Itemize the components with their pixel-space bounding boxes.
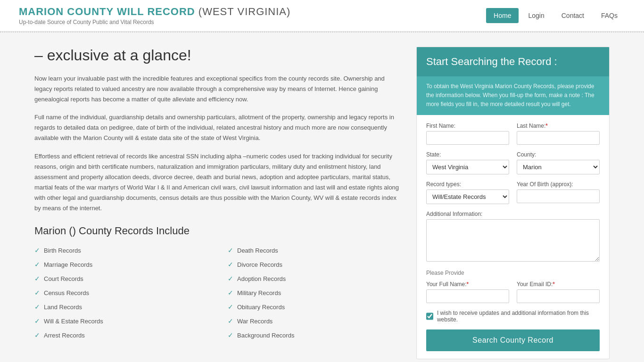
additional-info-label: Additional Information: [426, 211, 600, 217]
record-year-row: Record types: Will/Estate Records Birth … [426, 181, 600, 204]
list-item: ✓ Arrest Records [34, 329, 209, 341]
county-group: County: Marion Monongalia Harrison [517, 151, 600, 174]
check-icon: ✓ [34, 331, 40, 339]
additional-info-group: Additional Information: [426, 211, 600, 263]
record-label: Death Records [237, 247, 278, 254]
record-label: Census Records [44, 289, 89, 296]
site-subtitle: Up-to-date Source of County Public and V… [19, 19, 290, 25]
nav-login[interactable]: Login [520, 8, 552, 23]
check-icon: ✓ [34, 289, 40, 296]
state-label: State: [426, 151, 509, 158]
county-label: County: [517, 151, 600, 158]
state-group: State: West Virginia Virginia Maryland O… [426, 151, 509, 174]
full-name-input[interactable] [426, 289, 509, 303]
updates-checkbox[interactable] [426, 313, 433, 320]
site-branding: MARION COUNTY WILL RECORD (WEST VIRGINIA… [19, 6, 290, 25]
site-title: MARION COUNTY WILL RECORD (WEST VIRGINIA… [19, 6, 290, 18]
record-label: Military Records [237, 289, 281, 296]
record-label: Adoption Records [237, 275, 286, 282]
list-item: ✓ Will & Estate Records [34, 315, 209, 327]
check-icon: ✓ [228, 289, 233, 296]
page-heading: – exclusive at a glance! [34, 47, 402, 64]
panel-title: Start Searching the Record : [426, 56, 600, 68]
search-county-record-button[interactable]: Search County Record [426, 329, 600, 351]
list-item: ✓ Death Records [228, 245, 402, 256]
contact-row: Your Full Name:* Your Email ID:* [426, 281, 600, 303]
panel-card: Start Searching the Record : To obtain t… [416, 47, 610, 359]
record-label: Obituary Records [237, 304, 285, 311]
full-name-group: Your Full Name:* [426, 281, 509, 303]
record-label: War Records [237, 318, 272, 325]
state-select[interactable]: West Virginia Virginia Maryland Ohio Pen… [426, 160, 509, 174]
panel-body: First Name: Last Name:* State: [417, 115, 609, 359]
name-row: First Name: Last Name:* [426, 123, 600, 145]
first-name-label: First Name: [426, 123, 509, 129]
year-of-birth-group: Year Of Birth (approx): [517, 181, 600, 204]
check-icon: ✓ [228, 303, 233, 311]
left-content: – exclusive at a glance! Now learn your … [34, 47, 402, 359]
record-type-group: Record types: Will/Estate Records Birth … [426, 181, 509, 204]
nav-contact[interactable]: Contact [554, 8, 592, 23]
list-item: ✓ Birth Records [34, 245, 209, 256]
record-label: Divorce Records [237, 261, 282, 268]
nav-home[interactable]: Home [486, 8, 519, 23]
record-label: Arrest Records [44, 332, 85, 339]
check-icon: ✓ [228, 275, 233, 282]
search-panel: Start Searching the Record : To obtain t… [416, 47, 610, 359]
main-nav: Home Login Contact FAQs [486, 8, 625, 23]
panel-header: Start Searching the Record : [417, 47, 609, 76]
list-item: ✓ Divorce Records [228, 259, 402, 270]
paragraph-1: Now learn your invaluable past with the … [34, 74, 402, 105]
list-item: ✓ Census Records [34, 287, 209, 298]
site-title-normal: (WEST VIRGINIA) [198, 6, 291, 17]
additional-info-textarea[interactable] [426, 219, 600, 262]
check-icon: ✓ [228, 331, 233, 339]
full-name-label: Your Full Name:* [426, 281, 509, 288]
check-icon: ✓ [228, 261, 233, 268]
updates-checkbox-row: I wish to receive updates and additional… [426, 310, 600, 323]
last-name-group: Last Name:* [517, 123, 600, 145]
records-heading: Marion () County Records Include [34, 225, 402, 237]
paragraph-3: Effortless and efficient retrieval of re… [34, 151, 402, 214]
paragraph-2: Full name of the individual, guardianshi… [34, 112, 402, 143]
list-item: ✓ Military Records [228, 287, 402, 298]
please-provide-label: Please Provide [426, 270, 600, 276]
check-icon: ✓ [34, 317, 40, 325]
record-label: Birth Records [44, 247, 81, 254]
nav-faqs[interactable]: FAQs [594, 8, 625, 23]
last-name-label: Last Name:* [517, 123, 600, 129]
site-title-highlight: MARION COUNTY WILL RECORD [19, 6, 195, 17]
records-list: ✓ Birth Records ✓ Death Records ✓ Marria… [34, 245, 402, 341]
list-item: ✓ Adoption Records [228, 273, 402, 284]
main-content: – exclusive at a glance! Now learn your … [16, 33, 628, 362]
year-of-birth-label: Year Of Birth (approx): [517, 181, 600, 188]
email-label: Your Email ID:* [517, 281, 600, 288]
list-item: ✓ Marriage Records [34, 259, 209, 270]
record-label: Will & Estate Records [44, 318, 103, 325]
record-label: Background Records [237, 332, 294, 339]
record-label: Court Records [44, 275, 83, 282]
first-name-input[interactable] [426, 131, 509, 145]
check-icon: ✓ [34, 247, 40, 254]
check-icon: ✓ [228, 317, 233, 325]
record-label: Land Records [44, 304, 82, 311]
record-type-label: Record types: [426, 181, 509, 188]
county-select[interactable]: Marion Monongalia Harrison [517, 160, 600, 174]
record-type-select[interactable]: Will/Estate Records Birth Records Death … [426, 189, 509, 204]
first-name-group: First Name: [426, 123, 509, 145]
panel-info-text: To obtain the West Virginia Marion Count… [417, 76, 609, 115]
year-of-birth-input[interactable] [517, 189, 600, 203]
record-label: Marriage Records [44, 261, 92, 268]
list-item: ✓ Court Records [34, 273, 209, 284]
site-header: MARION COUNTY WILL RECORD (WEST VIRGINIA… [0, 0, 644, 33]
list-item: ✓ War Records [228, 315, 402, 327]
check-icon: ✓ [228, 247, 233, 254]
last-name-input[interactable] [517, 131, 600, 145]
check-icon: ✓ [34, 261, 40, 268]
email-input[interactable] [517, 289, 600, 303]
list-item: ✓ Obituary Records [228, 301, 402, 313]
check-icon: ✓ [34, 303, 40, 311]
list-item: ✓ Land Records [34, 301, 209, 313]
check-icon: ✓ [34, 275, 40, 282]
email-group: Your Email ID:* [517, 281, 600, 303]
